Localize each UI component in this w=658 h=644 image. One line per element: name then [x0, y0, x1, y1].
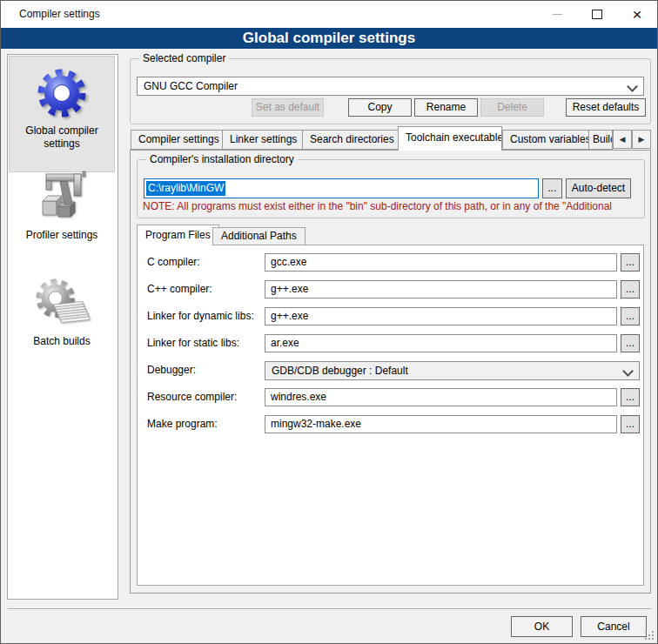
field-value: g++.exe — [271, 310, 308, 322]
minimize-button[interactable] — [537, 1, 577, 28]
set-as-default-button[interactable]: Set as default — [252, 98, 324, 117]
tab-scroll-right-button[interactable]: ▶ — [632, 130, 651, 149]
field-value: windres.exe — [271, 391, 326, 403]
field-label: Debugger: — [147, 364, 196, 376]
arrow-right-icon: ▶ — [639, 135, 645, 144]
copy-button[interactable]: Copy — [348, 98, 412, 117]
tab-search-directories[interactable]: Search directories — [302, 130, 400, 150]
dialog-banner-title: Global compiler settings — [1, 28, 657, 49]
sidebar-item-global-compiler-settings[interactable]: Global compiler settings — [9, 56, 115, 172]
gray-gear-stack-icon — [34, 276, 90, 332]
field-value: gcc.exe — [271, 256, 306, 268]
field-label: Make program: — [147, 418, 218, 430]
reset-defaults-button[interactable]: Reset defaults — [566, 98, 646, 117]
arrow-left-icon: ◀ — [620, 135, 626, 144]
field-value: g++.exe — [271, 283, 308, 295]
tab-compiler-settings[interactable]: Compiler settings — [131, 130, 223, 150]
close-icon: × — [632, 6, 641, 23]
blue-gear-icon — [34, 65, 90, 121]
install-dir-browse-button[interactable]: ... — [542, 178, 562, 198]
footer-separator — [8, 608, 651, 610]
field-label: C compiler: — [147, 256, 200, 268]
resource-compiler-input[interactable]: windres.exe — [265, 388, 617, 406]
field-label: Linker for static libs: — [147, 337, 239, 349]
cpp-compiler-browse-button[interactable]: ... — [621, 280, 640, 299]
sidebar-item-label: Batch builds — [17, 335, 107, 348]
close-button[interactable]: × — [617, 1, 657, 28]
chevron-down-icon — [627, 81, 638, 92]
linker-static-input[interactable]: ar.exe — [265, 334, 617, 352]
make-program-browse-button[interactable]: ... — [621, 415, 640, 433]
tab-toolchain-executables[interactable]: Toolchain executables — [398, 126, 502, 151]
titlebar: Compiler settings × — [1, 1, 657, 28]
subtab-additional-paths[interactable]: Additional Paths — [212, 227, 306, 245]
sidebar-item-label: Global compiler settings — [17, 124, 107, 151]
make-program-input[interactable]: mingw32-make.exe — [265, 415, 617, 433]
auto-detect-button[interactable]: Auto-detect — [566, 178, 631, 198]
ok-button[interactable]: OK — [511, 616, 573, 637]
tab-custom-variables[interactable]: Custom variables — [502, 130, 589, 150]
debugger-select[interactable]: GDB/CDB debugger : Default — [265, 361, 640, 380]
linker-static-browse-button[interactable]: ... — [621, 334, 640, 352]
sidebar-item-batch-builds[interactable]: Batch builds — [10, 272, 114, 370]
install-dir-group-label: Compiler's installation directory — [146, 153, 298, 165]
field-value: ar.exe — [271, 337, 299, 349]
c-compiler-browse-button[interactable]: ... — [621, 253, 640, 272]
install-dir-note: NOTE: All programs must exist either in … — [143, 200, 646, 212]
field-label: Resource compiler: — [147, 391, 237, 403]
selected-compiler-dropdown[interactable]: GNU GCC Compiler — [137, 77, 644, 96]
tab-linker-settings[interactable]: Linker settings — [222, 130, 303, 150]
caption-buttons: × — [537, 1, 657, 28]
chevron-down-icon — [622, 366, 634, 377]
sidebar-item-label: Profiler settings — [17, 229, 107, 242]
maximize-icon — [592, 10, 602, 19]
selected-compiler-group-label: Selected compiler — [139, 52, 229, 64]
window-title: Compiler settings — [19, 8, 100, 20]
field-value: mingw32-make.exe — [271, 418, 361, 430]
field-value: GDB/CDB debugger : Default — [272, 365, 408, 377]
maximize-button[interactable] — [577, 1, 617, 28]
delete-button[interactable]: Delete — [480, 98, 544, 117]
install-dir-selected-text: C:\raylib\MinGW — [146, 181, 225, 196]
subtab-program-files[interactable]: Program Files — [137, 225, 219, 245]
field-label: Linker for dynamic libs: — [147, 310, 254, 322]
rename-button[interactable]: Rename — [414, 98, 478, 117]
linker-dynamic-input[interactable]: g++.exe — [265, 307, 617, 325]
compiler-settings-dialog: Compiler settings × Global compiler sett… — [0, 0, 658, 644]
tab-scroll-left-button[interactable]: ◀ — [613, 130, 632, 149]
field-label: C++ compiler: — [147, 283, 212, 295]
minimize-icon — [553, 14, 562, 15]
resource-compiler-browse-button[interactable]: ... — [621, 388, 640, 406]
selected-compiler-value: GNU GCC Compiler — [144, 80, 238, 92]
tab-build-clipped[interactable]: Builc — [588, 130, 613, 150]
install-dir-input[interactable]: C:\raylib\MinGW — [144, 178, 539, 198]
cancel-button[interactable]: Cancel — [581, 616, 647, 637]
resize-grip[interactable] — [645, 631, 654, 640]
c-compiler-input[interactable]: gcc.exe — [265, 253, 617, 272]
cpp-compiler-input[interactable]: g++.exe — [265, 280, 617, 299]
sidebar-item-profiler-settings[interactable]: Profiler settings — [10, 166, 114, 264]
caliper-icon — [34, 170, 90, 225]
linker-dynamic-browse-button[interactable]: ... — [621, 307, 640, 325]
settings-category-sidebar: Global compiler settings — [7, 54, 118, 600]
